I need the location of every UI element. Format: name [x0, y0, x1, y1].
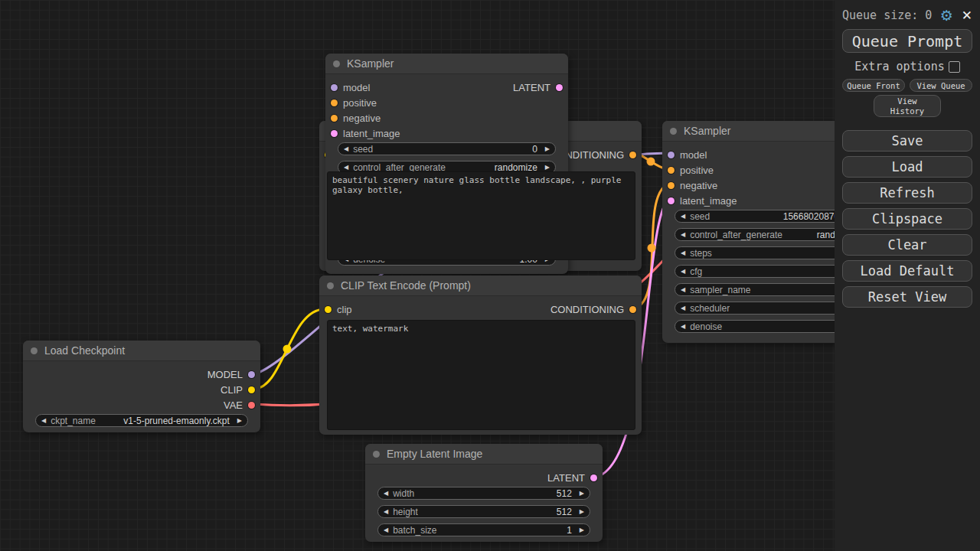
clip-text-encode-2-prompt-textarea[interactable]: text, watermark — [327, 320, 635, 430]
output-slot-dot-MODEL[interactable] — [248, 371, 255, 378]
reset-view-button[interactable]: Reset View — [842, 286, 972, 308]
ksampler-2-title: KSampler — [684, 125, 730, 137]
input-label: positive — [680, 165, 714, 176]
input-slot-dot-positive[interactable] — [331, 99, 338, 106]
empty-latent-image-widget-batch_size[interactable]: ◀batch_size1▶ — [377, 523, 590, 536]
load-button[interactable]: Load — [842, 156, 972, 178]
output-slot-dot-VAE[interactable] — [248, 402, 255, 409]
node-load-checkpoint[interactable]: Load CheckpointMODELCLIPVAE◀ckpt_namev1-… — [23, 341, 260, 432]
widget-decrement-arrow[interactable]: ◀ — [41, 418, 46, 424]
output-slot-dot-CLIP[interactable] — [248, 386, 255, 393]
empty-latent-image-widget-height[interactable]: ◀height512▶ — [377, 505, 590, 518]
input-label: model — [680, 149, 707, 161]
wire-link-dot — [648, 244, 656, 253]
view-history-line2: History — [874, 106, 940, 116]
node-status-dot — [670, 128, 677, 135]
graph-canvas[interactable]: clipCONDITIONINGKSamplermodelpositiveneg… — [0, 0, 980, 551]
widget-name: cfg — [690, 266, 702, 277]
widget-name: seed — [690, 211, 710, 222]
extra-options-checkbox[interactable] — [949, 61, 960, 73]
output-slot-dot-LATENT[interactable] — [590, 474, 597, 481]
output-label: LATENT — [547, 472, 585, 484]
widget-increment-arrow[interactable]: ▶ — [545, 146, 550, 152]
wire-clip — [254, 309, 325, 389]
close-icon[interactable]: ✕ — [962, 9, 972, 22]
widget-decrement-arrow[interactable]: ◀ — [384, 491, 388, 497]
widget-name: control_after_generate — [690, 230, 782, 240]
widget-decrement-arrow[interactable]: ◀ — [681, 250, 685, 256]
widget-decrement-arrow[interactable]: ◀ — [681, 324, 685, 330]
widget-value: 0 — [532, 144, 537, 155]
widget-name: ckpt_name — [51, 416, 96, 426]
output-slot-dot-CONDITIONING[interactable] — [629, 152, 636, 158]
refresh-button[interactable]: Refresh — [842, 182, 972, 204]
node-status-dot — [327, 282, 334, 289]
settings-gear-icon[interactable]: ⚙ — [940, 8, 953, 23]
load-checkpoint-widget-ckpt_name[interactable]: ◀ckpt_namev1-5-pruned-emaonly.ckpt▶ — [35, 414, 248, 427]
widget-increment-arrow[interactable]: ▶ — [580, 527, 584, 533]
input-slot-dot-model[interactable] — [668, 152, 675, 158]
widget-decrement-arrow[interactable]: ◀ — [344, 146, 348, 152]
wire-link-dot — [647, 158, 655, 166]
input-label: negative — [680, 180, 717, 191]
output-slot-dot-LATENT[interactable] — [556, 84, 563, 91]
queue-front-button[interactable]: Queue Front — [842, 79, 905, 92]
load-checkpoint-title-bar[interactable]: Load Checkpoint — [23, 341, 260, 361]
widget-name: width — [393, 488, 414, 499]
input-slot-dot-latent_image[interactable] — [668, 197, 675, 204]
node-status-dot — [333, 60, 340, 67]
widget-decrement-arrow[interactable]: ◀ — [681, 232, 685, 238]
save-button[interactable]: Save — [842, 130, 972, 152]
ksampler-1-title-bar[interactable]: KSampler — [325, 54, 568, 74]
ksampler-1-widget-seed[interactable]: ◀seed0▶ — [338, 142, 556, 155]
input-slot-dot-negative[interactable] — [331, 115, 338, 122]
load-checkpoint-output-VAE: VAE — [23, 397, 260, 412]
input-slot-dot-latent_image[interactable] — [331, 130, 338, 137]
load-checkpoint-output-MODEL: MODEL — [23, 367, 260, 382]
clear-button[interactable]: Clear — [842, 234, 972, 256]
empty-latent-image-widget-width[interactable]: ◀width512▶ — [377, 487, 590, 500]
queue-buttons-row: Queue Front View Queue — [842, 79, 972, 92]
input-label: positive — [343, 97, 377, 109]
widget-decrement-arrow[interactable]: ◀ — [681, 287, 685, 293]
clip-text-encode-1-prompt-textarea[interactable]: beautiful scenery nature glass bottle la… — [327, 171, 635, 260]
widget-name: steps — [690, 248, 712, 259]
node-status-dot — [31, 347, 38, 354]
widget-name: scheduler — [690, 303, 730, 314]
widget-name: height — [393, 507, 418, 517]
output-slot-dot-CONDITIONING[interactable] — [629, 306, 636, 313]
output-label: MODEL — [207, 369, 243, 380]
queue-size-label: Queue size: 0 — [842, 8, 932, 22]
widget-increment-arrow[interactable]: ▶ — [580, 509, 584, 515]
clip-text-encode-2-title-bar[interactable]: CLIP Text Encode (Prompt) — [319, 276, 642, 296]
empty-latent-image-title-bar[interactable]: Empty Latent Image — [365, 444, 603, 465]
view-history-button[interactable]: View History — [874, 95, 941, 117]
view-queue-button[interactable]: View Queue — [910, 79, 972, 92]
clip-text-encode-2-output-CONDITIONING: CONDITIONING — [319, 302, 642, 317]
queue-status-row: Queue size: 0 ⚙ ✕ — [842, 8, 972, 23]
widget-decrement-arrow[interactable]: ◀ — [681, 305, 685, 311]
widget-decrement-arrow[interactable]: ◀ — [384, 527, 388, 533]
widget-decrement-arrow[interactable]: ◀ — [384, 509, 388, 515]
queue-prompt-button[interactable]: Queue Prompt — [842, 29, 972, 53]
load-default-button[interactable]: Load Default — [842, 260, 972, 282]
input-slot-dot-positive[interactable] — [668, 167, 675, 174]
node-empty-latent-image[interactable]: Empty Latent ImageLATENT◀width512▶◀heigh… — [365, 444, 603, 542]
clipspace-button[interactable]: Clipspace — [842, 208, 972, 230]
ksampler-1-output-LATENT: LATENT — [325, 80, 568, 95]
widget-increment-arrow[interactable]: ▶ — [545, 165, 550, 171]
widget-name: seed — [353, 144, 373, 155]
sidebar: Queue size: 0 ⚙ ✕ Queue Prompt Extra opt… — [835, 0, 980, 551]
widget-name: batch_size — [393, 525, 436, 536]
ksampler-1-input-positive: positive — [325, 95, 568, 110]
output-label: VAE — [224, 399, 243, 411]
widget-increment-arrow[interactable]: ▶ — [237, 418, 242, 424]
widget-increment-arrow[interactable]: ▶ — [580, 491, 584, 497]
empty-latent-image-output-LATENT: LATENT — [365, 470, 603, 485]
view-history-line1: View — [874, 96, 940, 106]
input-slot-dot-negative[interactable] — [668, 182, 675, 189]
widget-decrement-arrow[interactable]: ◀ — [681, 214, 685, 220]
output-label: CLIP — [220, 384, 243, 396]
widget-decrement-arrow[interactable]: ◀ — [681, 269, 685, 275]
widget-decrement-arrow[interactable]: ◀ — [344, 165, 348, 171]
